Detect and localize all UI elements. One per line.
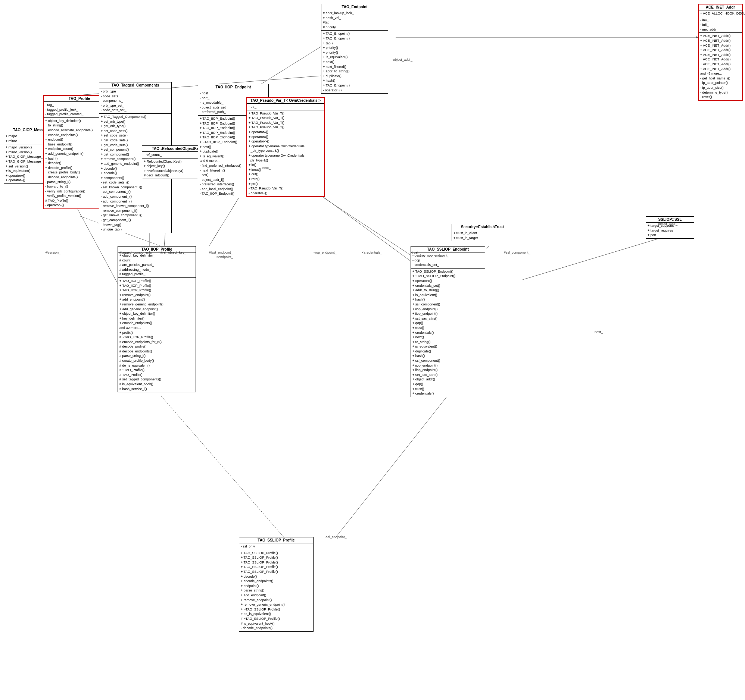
label-ref-object-key: #ref_object_key_ xyxy=(160,251,186,254)
tao-endpoint-title: TAO_Endpoint xyxy=(322,4,388,10)
label-last-endpoint: #last_endpoint_ xyxy=(209,251,233,254)
security-establish-trust-title: Security::EstablishTrust xyxy=(452,224,513,230)
label-object-addr-1: -object_addr_ xyxy=(392,58,413,61)
label-iiop-endpoint: -iiop_endpoint_ xyxy=(314,251,337,254)
svg-line-12 xyxy=(209,198,239,246)
ace-inet-addr-title: ACE_INET_Addr xyxy=(699,4,742,10)
svg-line-6 xyxy=(336,395,448,537)
label-credentials: <credentials_ xyxy=(362,251,382,254)
tao-tagged-components-fields: - orb_type_ - code_sets_ - components_ -… xyxy=(99,88,171,114)
tao-pseudo-var-box: TAO_Pseudo_Var_T< OwnCredentials > - ptr… xyxy=(246,97,325,197)
tao-iiop-profile-methods: + TAO_IIOP_Profile() + TAO_IIOP_Profile(… xyxy=(118,278,196,392)
tao-endpoint-box: TAO_Endpoint # addr_lookup_lock_ # hash_… xyxy=(321,4,388,94)
diagram-container: ACE_INET_Addr + ACE_ALLOC_HOOK_DECLARE -… xyxy=(0,0,745,700)
tao-tagged-components-title: TAO_Tagged_Components xyxy=(99,82,171,88)
tao-endpoint-fields: # addr_lookup_lock_ # hash_val_ #tag_ # … xyxy=(322,10,388,31)
ace-inet-addr-section-1: + ACE_ALLOC_HOOK_DECLARE xyxy=(699,10,742,17)
security-establish-trust-box: Security::EstablishTrust + trust_in_clie… xyxy=(452,224,513,241)
security-establish-trust-fields: + trust_in_client + trust_in_target xyxy=(452,230,513,241)
tao-pseudo-var-methods: + TAO_Pseudo_Var_T() + TAO_Pseudo_Var_T(… xyxy=(247,110,324,197)
tao-pseudo-var-fields: - ptr_ xyxy=(247,104,324,110)
label-next-2: -next_ xyxy=(594,330,603,334)
label-ssl-component: #ssl_component_ xyxy=(504,251,530,254)
tao-ssliop-profile-box: TAO_SSLIOP_Profile - ssl_only_ + TAO_SSL… xyxy=(239,537,314,632)
ace-inet-addr-section-2: - in4_ - in6_ - inet_addr_ xyxy=(699,17,742,33)
label-object-addr-2: -object_addr_ xyxy=(657,222,678,225)
tao-ssliop-endpoint-methods: + TAO_SSLIOP_Endpoint() + ~TAO_SSLIOP_En… xyxy=(411,269,485,397)
label-endpoint: #endpoint_ xyxy=(217,255,233,259)
tao-ssliop-endpoint-box: TAO_SSLIOP_Endpoint - destroy_iiop_endpo… xyxy=(411,246,485,397)
tao-pseudo-var-title: TAO_Pseudo_Var_T< OwnCredentials > xyxy=(247,98,324,104)
ssliop-ssl-box: SSLIOP::SSL + target_supports + target_r… xyxy=(646,216,694,239)
tao-iiop-profile-fields: + object_key_delimiter_ # count_ # are_p… xyxy=(118,252,196,278)
label-trust: -trust_ xyxy=(411,251,420,254)
ace-inet-addr-box: ACE_INET_Addr + ACE_ALLOC_HOOK_DECLARE -… xyxy=(698,4,743,101)
tao-endpoint-methods: + TAO_Endpoint() + TAO_Endpoint() + tag(… xyxy=(322,31,388,93)
tao-ssliop-profile-fields: - ssl_only_ xyxy=(239,543,313,550)
label-version: -#version_ xyxy=(45,251,60,254)
svg-line-5 xyxy=(160,395,284,537)
tao-ssliop-endpoint-title: TAO_SSLIOP_Endpoint xyxy=(411,246,485,252)
ace-inet-addr-section-3: + ACE_INET_Addr() + ACE_INET_Addr() + AC… xyxy=(699,33,742,100)
tao-ssliop-profile-title: TAO_SSLIOP_Profile xyxy=(239,537,313,543)
tao-iiop-profile-box: TAO_IIOP_Profile + object_key_delimiter_… xyxy=(118,246,196,393)
tao-iiop-endpoint-title: TAO_IIOP_Endpoint xyxy=(198,84,268,90)
tao-ssliop-profile-methods: + TAO_SSLIOP_Profile() + TAO_SSLIOP_Prof… xyxy=(239,550,313,631)
label-next-1: -next_ xyxy=(261,166,271,170)
label-tagged-components: #tagged_components_ xyxy=(120,251,154,254)
tao-ssliop-endpoint-fields: - destroy_iiop_endpoint_ - qop_ - creden… xyxy=(411,252,485,269)
label-ssl-endpoint: -ssl_endpoint_ xyxy=(325,535,347,539)
